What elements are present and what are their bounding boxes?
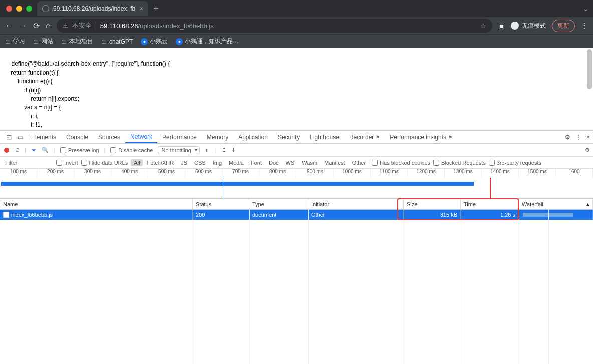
timeline-load-marker [490, 178, 491, 199]
type-filter-font[interactable]: Font [248, 159, 265, 166]
address-bar[interactable]: ⚠ 不安全 59.110.68.26/uploads/index_fb6bebb… [57, 19, 492, 33]
reload-button[interactable]: ⟳ [33, 21, 40, 31]
timeline-cursor[interactable] [224, 178, 224, 199]
window-close-icon[interactable] [6, 6, 12, 12]
throttling-select[interactable]: No throttling [158, 146, 199, 154]
col-size[interactable]: Size [404, 199, 461, 209]
network-table: Name Status Type Initiator Size Time Wat… [0, 199, 593, 364]
tab-close-icon[interactable]: × [139, 5, 143, 13]
warning-icon: ⚠ [63, 22, 68, 29]
type-filter-doc[interactable]: Doc [266, 159, 282, 166]
timeline-tick: 500 ms [148, 169, 185, 178]
timeline-tick: 1300 ms [445, 169, 482, 178]
bookmark-item[interactable]: ●小鹅通，知识产品… [176, 37, 239, 46]
download-icon[interactable]: ↧ [231, 147, 236, 153]
devtools-tab-elements[interactable]: Elements [26, 131, 61, 143]
incognito-badge[interactable]: 无痕模式 [511, 22, 546, 30]
devtools-tab-recorder[interactable]: Recorder⚑ [344, 131, 385, 143]
type-filter-img[interactable]: Img [210, 159, 225, 166]
col-name[interactable]: Name [0, 199, 193, 209]
network-settings-icon[interactable]: ⚙ [585, 147, 590, 153]
panel-icon[interactable]: ▣ [498, 22, 505, 30]
bookmark-item[interactable]: 🗀网站 [33, 37, 53, 46]
timeline-overview[interactable]: 100 ms200 ms300 ms400 ms500 ms600 ms700 … [0, 169, 593, 199]
filter-input[interactable] [3, 159, 53, 167]
col-type[interactable]: Type [249, 199, 308, 209]
device-toggle-icon[interactable]: ▭ [15, 134, 26, 141]
invert-checkbox[interactable]: Invert [56, 160, 78, 166]
record-button[interactable] [4, 148, 9, 153]
bookmark-bar: 🗀学习🗀网站🗀本地项目🗀chatGPT●小鹅云●小鹅通，知识产品… [0, 34, 593, 48]
type-filter-js[interactable]: JS [178, 159, 190, 166]
timeline-tick: 400 ms [111, 169, 148, 178]
forward-button[interactable]: → [19, 21, 27, 30]
settings-icon[interactable]: ⚙ [565, 134, 570, 141]
folder-icon: 🗀 [101, 38, 107, 45]
browser-tab[interactable]: 59.110.68.26/uploads/index_fb × [37, 1, 148, 16]
type-filter-other[interactable]: Other [349, 159, 369, 166]
new-tab-button[interactable]: + [153, 4, 159, 14]
type-filter-fetch-xhr[interactable]: Fetch/XHR [144, 159, 177, 166]
devtools-tab-lighthouse[interactable]: Lighthouse [305, 131, 344, 143]
third-party-checkbox[interactable]: 3rd-party requests [489, 160, 541, 166]
blocked-requests-checkbox[interactable]: Blocked Requests [433, 160, 486, 166]
search-icon[interactable]: 🔍 [42, 147, 49, 153]
blocked-cookies-checkbox[interactable]: Has blocked cookies [372, 160, 430, 166]
timeline-tick: 300 ms [74, 169, 111, 178]
timeline-bar [1, 182, 474, 186]
filter-toggle-icon[interactable]: ⏷ [31, 147, 37, 153]
preserve-log-checkbox[interactable]: Preserve log [60, 147, 99, 153]
bookmark-item[interactable]: 🗀chatGPT [101, 38, 133, 45]
disable-cache-checkbox[interactable]: Disable cache [110, 147, 153, 153]
bookmark-item[interactable]: 🗀学习 [5, 37, 25, 46]
col-initiator[interactable]: Initiator [308, 199, 404, 209]
col-status[interactable]: Status [193, 199, 249, 209]
timeline-tick: 1100 ms [371, 169, 408, 178]
timeline-tick: 700 ms [222, 169, 259, 178]
devtools-tab-performance-insights[interactable]: Performance insights⚑ [385, 131, 457, 143]
inspect-icon[interactable]: ◰ [3, 134, 15, 141]
bookmark-item[interactable]: ●小鹅云 [141, 37, 168, 46]
type-filter-wasm[interactable]: Wasm [299, 159, 320, 166]
menu-icon[interactable]: ⋮ [581, 22, 588, 30]
devtools-tab-memory[interactable]: Memory [202, 131, 233, 143]
devtools-tab-console[interactable]: Console [61, 131, 93, 143]
clear-button[interactable]: ⊘ [15, 147, 20, 153]
wifi-icon[interactable]: ᯤ [205, 147, 210, 153]
devtools-tab-sources[interactable]: Sources [93, 131, 125, 143]
update-button[interactable]: 更新 [552, 20, 575, 32]
devtools-tab-security[interactable]: Security [273, 131, 305, 143]
col-waterfall[interactable]: Waterfall▴ [519, 199, 593, 209]
devtools-tab-bar: ◰ ▭ ElementsConsoleSourcesNetworkPerform… [0, 131, 593, 144]
upload-icon[interactable]: ↥ [222, 147, 226, 153]
devtools-tab-performance[interactable]: Performance [157, 131, 202, 143]
close-devtools-icon[interactable]: × [586, 134, 590, 141]
bookmark-star-icon[interactable]: ☆ [480, 22, 486, 30]
type-filter-css[interactable]: CSS [191, 159, 209, 166]
url-host: 59.110.68.26 [100, 22, 138, 30]
folder-icon: 🗀 [61, 38, 67, 45]
col-time[interactable]: Time [461, 199, 519, 209]
bookmark-item[interactable]: 🗀本地项目 [61, 37, 93, 46]
devtools-tab-network[interactable]: Network [125, 131, 157, 143]
timeline-tick: 1400 ms [482, 169, 519, 178]
globe-icon [42, 5, 49, 12]
scrollbar-thumb[interactable] [587, 49, 592, 89]
more-icon[interactable]: ⋮ [575, 134, 581, 141]
sort-asc-icon: ▴ [586, 201, 589, 207]
tab-list-button[interactable]: ⌄ [583, 5, 589, 13]
type-filter-media[interactable]: Media [226, 159, 247, 166]
devtools-tab-application[interactable]: Application [233, 131, 273, 143]
type-filter-all[interactable]: All [131, 159, 143, 166]
window-minimize-icon[interactable] [16, 6, 22, 12]
nav-bar: ← → ⟳ ⌂ ⚠ 不安全 59.110.68.26/uploads/index… [0, 17, 593, 34]
hide-data-urls-checkbox[interactable]: Hide data URLs [81, 160, 128, 166]
incognito-label: 无痕模式 [522, 22, 546, 30]
type-filter-manifest[interactable]: Manifest [321, 159, 348, 166]
favicon-icon: ● [141, 38, 148, 45]
back-button[interactable]: ← [5, 21, 13, 30]
favicon-icon: ● [176, 38, 183, 45]
home-button[interactable]: ⌂ [46, 21, 51, 30]
type-filter-ws[interactable]: WS [283, 159, 298, 166]
window-maximize-icon[interactable] [26, 6, 32, 12]
